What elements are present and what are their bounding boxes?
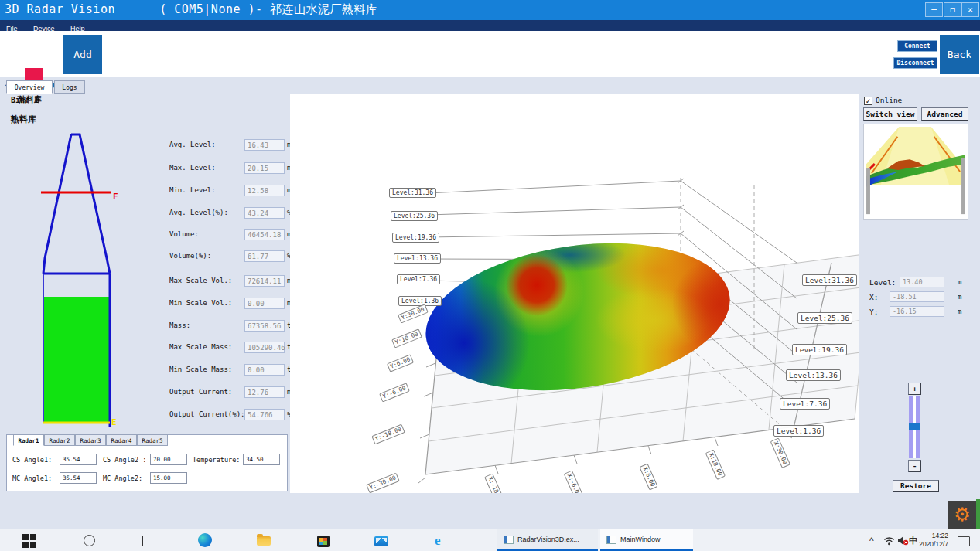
switch-view-button[interactable]: Switch view (863, 107, 917, 121)
level-axis-label: Level:7.36 (780, 398, 830, 410)
metric-row: Min Scale Vol.:0.00m^3 (0, 298, 290, 310)
back-button[interactable]: Back (940, 35, 979, 74)
tray-date: 2020/12/7 (914, 540, 948, 549)
tray-expand-icon[interactable]: ^ (869, 536, 874, 546)
metric-row: Mass:67358.56ton (0, 320, 290, 332)
bin-id-label: Bin: 1 (11, 96, 39, 104)
mail-button[interactable] (374, 533, 390, 549)
metric-label: Avg. Level: (169, 141, 216, 148)
advanced-button[interactable]: Advanced (921, 107, 968, 121)
clock[interactable]: 14:22 2020/12/7 (914, 532, 948, 549)
task-mainwindow[interactable]: MainWindow (600, 529, 693, 551)
level-axis-label: Level:13.36 (786, 369, 841, 381)
mc-angle2-label: MC Angle2: (103, 474, 142, 482)
tab-radar1[interactable]: Radar1 (13, 434, 44, 446)
search-button[interactable] (82, 533, 97, 549)
tab-overview[interactable]: Overview (6, 80, 53, 94)
window-title: 3D Radar Vision ( COM5|None )- 祁连山水泥厂熟料库 (5, 2, 378, 17)
level-axis-label: Level:31.36 (802, 274, 857, 286)
surface-plot[interactable]: Level:31.36 Level:25.36 Level:19.36 Leve… (290, 94, 859, 493)
metric-value-field: 54.766 (244, 409, 285, 420)
cross-section-preview[interactable] (863, 124, 968, 220)
task-radarvision[interactable]: RadarVision3D.ex... (497, 529, 598, 551)
notification-center-icon[interactable] (958, 536, 970, 546)
side-x-field: -18.51 (890, 291, 944, 302)
cs-angle1-label: CS Angle1: (12, 456, 52, 464)
metric-row: Output Current:12.76mA (0, 386, 290, 399)
cs-angle1-field[interactable]: 35.54 (60, 454, 97, 465)
metric-value-field: 43.24 (244, 207, 285, 219)
start-button[interactable] (22, 533, 37, 549)
store-button[interactable] (316, 533, 331, 549)
metric-row: Max Scale Vol.:72614.11m^3 (0, 275, 290, 287)
level-axis-label: Level:25.36 (391, 211, 438, 221)
metric-value-field: 105290.46 (244, 342, 285, 353)
edge-icon (198, 533, 212, 547)
widget-side-strip (976, 499, 980, 530)
title-bar: 3D Radar Vision ( COM5|None )- 祁连山水泥厂熟料库… (0, 0, 980, 20)
side-level-unit: m (958, 278, 961, 286)
settings-widget[interactable]: ⚙ (948, 501, 976, 529)
search-icon (84, 535, 95, 546)
ie-icon: e (435, 533, 450, 549)
level-axis-label: Level:13.36 (394, 253, 441, 264)
silo-wall (866, 168, 870, 214)
restore-button[interactable]: ❐ (944, 2, 961, 17)
toolbar: ◀ 熟料库 ▶ Add Connect Disconnect Back (0, 31, 980, 77)
add-button[interactable]: Add (63, 35, 102, 74)
metric-label: Max Scale Vol.: (169, 277, 232, 284)
metric-label: Avg. Level(%): (169, 209, 228, 216)
ie-browser-button[interactable]: e (435, 533, 450, 549)
zoom-slider-handle[interactable] (909, 423, 920, 430)
cs-angle2-field[interactable]: 70.00 (150, 454, 187, 465)
metric-row: Max. Level:20.15m (0, 162, 290, 175)
level-axis-label: Level:19.36 (792, 344, 847, 355)
level-axis-label: Level:7.36 (397, 274, 440, 284)
file-explorer-button[interactable] (257, 533, 272, 549)
silo-wall (961, 158, 965, 214)
side-level-label: Level: (869, 278, 896, 287)
tab-radar3[interactable]: Radar3 (75, 434, 106, 446)
volume-muted-icon[interactable] (897, 536, 909, 546)
wifi-icon[interactable] (883, 536, 895, 546)
side-y-label: Y: (869, 308, 878, 316)
metric-label: Output Current: (169, 388, 232, 396)
side-x-label: X: (869, 293, 878, 301)
zoom-out-button[interactable]: - (908, 460, 921, 472)
metric-value-field: 0.00 (244, 298, 285, 309)
radar-panel: Radar1 Radar2 Radar3 Radar4 Radar5 CS An… (6, 434, 288, 491)
temperature-field[interactable]: 34.50 (243, 454, 280, 465)
minimize-button[interactable]: ─ (925, 2, 943, 17)
task-view-button[interactable] (141, 533, 156, 549)
metric-row: Min Scale Mass:0.00ton (0, 364, 290, 376)
task-view-icon (142, 536, 155, 546)
mc-angle2-field[interactable]: 15.00 (150, 472, 187, 484)
metric-value-field: 61.77 (244, 250, 285, 262)
edge-browser-button[interactable] (198, 533, 213, 549)
metric-label: Mass: (169, 321, 190, 329)
disconnect-button[interactable]: Disconnect (893, 57, 937, 69)
metric-value-field: 16.43 (244, 139, 285, 151)
tab-logs[interactable]: Logs (54, 80, 85, 94)
metric-value-field: 67358.56 (244, 320, 285, 332)
close-button[interactable]: ✕ (961, 2, 979, 17)
tab-radar4[interactable]: Radar4 (106, 434, 137, 446)
connect-button[interactable]: Connect (897, 40, 937, 52)
zoom-in-button[interactable]: + (908, 383, 921, 395)
tab-radar5[interactable]: Radar5 (137, 434, 168, 446)
metric-row: Max Scale Mass:105290.46ton (0, 342, 290, 354)
folder-icon (257, 536, 271, 546)
metric-label: Max Scale Mass: (169, 343, 232, 351)
metric-value-field: 72614.11 (244, 275, 285, 287)
side-y-field: -16.15 (890, 306, 944, 317)
tab-radar2[interactable]: Radar2 (44, 434, 75, 446)
restore-view-button[interactable]: Restore (893, 480, 939, 492)
level-axis-label: Level:25.36 (797, 312, 852, 324)
mc-angle1-field[interactable]: 35.54 (60, 472, 97, 484)
bin-name-label: 熟料库 (11, 114, 36, 125)
metric-value-field: 20.15 (244, 162, 285, 174)
metric-value-field: 12.76 (244, 386, 285, 398)
online-checkbox[interactable]: ✓ (864, 97, 872, 105)
metric-label: Volume(%): (169, 252, 211, 260)
metric-value-field: 46454.18 (244, 229, 285, 240)
